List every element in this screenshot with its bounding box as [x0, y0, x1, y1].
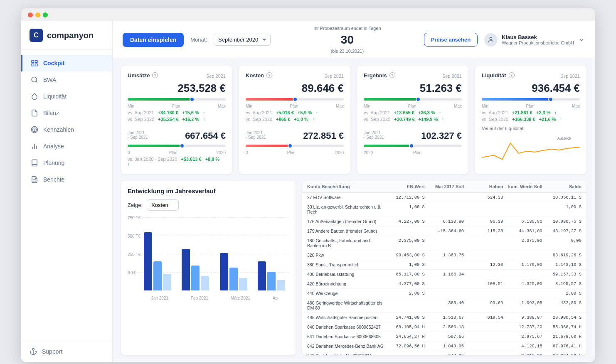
cell-desc: 380 Sonst. Transportmittel — [307, 262, 386, 267]
cell-kum-soll: 9.388,97 — [503, 315, 542, 320]
svg-rect-1 — [35, 60, 37, 62]
cell-soll: -15.364,60 — [425, 229, 464, 234]
ytd-period: Jan 2021- Sep 2021 — [128, 130, 148, 141]
cell-desc: 641 Darlehen Sparkasse 6000668605 — [307, 334, 386, 339]
svg-rect-0 — [32, 60, 34, 62]
cell-eb: 1,00 S — [386, 262, 425, 267]
minimize-button[interactable] — [35, 12, 40, 17]
sidebar-item-analyse[interactable]: Analyse — [21, 138, 112, 155]
liquiditaet-info-icon[interactable]: ? — [509, 72, 515, 78]
cell-saldo: 28.980,54 S — [542, 315, 582, 320]
chevron-down-icon — [578, 37, 585, 43]
umsaetze-info-icon[interactable]: ? — [152, 72, 158, 78]
sidebar-item-planung[interactable]: Planung — [21, 155, 112, 171]
umsaetze-compare-sep: vs. Sep 2020 +35.254 € +16,2 % ↑ — [128, 117, 226, 122]
svg-point-4 — [32, 77, 37, 82]
umsaetze-title: Umsätze ? — [128, 72, 158, 79]
sidebar-item-cockpit[interactable]: Cockpit — [21, 55, 112, 71]
user-company: Wagner Produktionsbetriebe GmbH — [502, 40, 574, 45]
bar-mar-mid — [229, 268, 238, 290]
table-row: 180 Geschäfts-, Fabrik- und and. Bauten … — [302, 236, 586, 251]
analyse-label: Analyse — [43, 143, 64, 150]
table-header: Konto Beschriftung EB-Wert Mai 2017 Soll… — [302, 181, 586, 193]
user-name: Klaus Bassek — [502, 34, 574, 40]
cell-saldo: 10.080,75 S — [542, 219, 582, 224]
cell-haben — [464, 204, 503, 214]
avatar — [484, 33, 498, 47]
svg-rect-3 — [35, 64, 37, 66]
ergebnis-value: 51.263 € — [364, 82, 462, 95]
cell-saldo: 1,00 S — [542, 204, 582, 214]
sidebar-item-berichte[interactable]: Berichte — [21, 171, 112, 188]
cell-haben — [464, 353, 503, 355]
cell-desc: 640 Darlehen Sparkasse 6000652427 — [307, 325, 386, 330]
sidebar-nav: Cockpit BWA Liquidität Bilanz Kennzahlen — [21, 50, 112, 341]
cell-desc: 420 Büroeinrichtung — [307, 281, 386, 286]
liquiditaet-chart-area: Verlauf der Liquidität Ausblick — [482, 126, 580, 167]
cell-kum-soll: 2.615,98 — [503, 353, 542, 355]
table-row: 641 Darlehen Sparkasse 6000668605 24.654… — [302, 332, 586, 342]
cell-soll — [425, 281, 464, 286]
cell-desc: 176 Außenanlagen (fremder Grund) — [307, 219, 386, 224]
sidebar-item-bwa[interactable]: BWA — [21, 71, 112, 88]
maximize-button[interactable] — [43, 12, 48, 17]
cell-saldo: 37.384,02 H — [542, 353, 582, 355]
bar-feb-light — [201, 276, 209, 290]
cell-saldo: 59.157,33 S — [542, 272, 582, 277]
cell-soll: 2.560,18 — [425, 325, 464, 330]
cell-desc: 320 Pkw — [307, 253, 386, 258]
cell-desc: 642 Darlehen Mercedes-Benz Bank AG — [307, 344, 386, 349]
sidebar-item-liquiditaet[interactable]: Liquidität — [21, 88, 112, 105]
bar-jan-light — [163, 274, 171, 290]
cell-saldo: 10.056,11 S — [542, 195, 582, 200]
cell-haben — [464, 238, 503, 248]
table-row: 380 Sonst. Transportmittel 1,00 S 12,30 … — [302, 260, 586, 270]
target-icon — [31, 126, 38, 133]
bar-mar-dark — [220, 253, 228, 290]
daten-einspielen-button[interactable]: Daten einspielen — [123, 33, 184, 47]
sidebar-item-kennzahlen[interactable]: Kennzahlen — [21, 121, 112, 138]
zeige-select[interactable]: Kosten — [147, 199, 179, 211]
cell-eb: 2.375,00 S — [386, 238, 425, 248]
trial-box: Ihr Probezeitraum endet in Tagen 30 (bis… — [277, 25, 417, 54]
logo-icon: C — [30, 29, 43, 42]
umsaetze-bar — [128, 98, 226, 101]
cell-soll: 1.166,34 — [425, 272, 464, 277]
kosten-info-icon[interactable]: ? — [266, 72, 272, 78]
cell-haben — [464, 334, 503, 339]
bar-feb-mid — [191, 266, 200, 290]
monat-select[interactable]: September 2020 — [214, 34, 271, 46]
cell-eb: 4.377,00 S — [386, 281, 425, 286]
ergebnis-info-icon[interactable]: ? — [389, 72, 395, 78]
table-row: 30 Liz. an gewerbl. Schutzrechten u.ä. R… — [302, 202, 586, 217]
kpi-umsaetze: Umsätze ? Sep 2021 253.528 € MinPlanMax … — [121, 66, 232, 174]
cockpit-label: Cockpit — [43, 60, 64, 66]
topbar: Daten einspielen Monat: September 2020 I… — [113, 21, 595, 59]
close-button[interactable] — [28, 12, 33, 17]
bar-jan-mid — [153, 261, 162, 290]
financial-table: Konto Beschriftung EB-Wert Mai 2017 Soll… — [302, 181, 586, 355]
cell-soll — [425, 195, 464, 200]
kennzahlen-label: Kennzahlen — [43, 126, 74, 133]
cell-haben: 619,54 — [464, 315, 503, 320]
cell-eb: 2,00 S — [386, 291, 425, 296]
preise-ansehen-button[interactable]: Preise ansehen — [424, 33, 478, 47]
svg-point-13 — [32, 349, 34, 351]
table-row: 176 Außenanlagen (fremder Grund) 4.227,0… — [302, 217, 586, 226]
umsaetze-compare-aug: vs. Aug 2021 +34.160 € +15,6 % ↑ — [128, 110, 226, 115]
bar-group-apr — [258, 261, 285, 290]
sidebar: C companyon Cockpit BWA Liquidität — [21, 21, 113, 362]
col-soll: Mai 2017 Soll — [425, 184, 464, 189]
bar-group-mar — [220, 253, 247, 290]
sidebar-item-bilanz[interactable]: Bilanz — [21, 105, 112, 121]
cell-haben: 524,38 — [464, 195, 503, 200]
cell-desc: 30 Liz. an gewerbl. Schutzrechten u.ä. R… — [307, 204, 386, 214]
cell-kum-soll: 2.975,67 — [503, 334, 542, 339]
liquidity-sparkline: Ausblick — [482, 133, 580, 166]
cell-eb: 72.096,56 H — [386, 344, 425, 349]
cell-soll — [425, 204, 464, 214]
chart-title: Entwicklung im Jahresverlauf — [128, 187, 289, 194]
bars-container — [140, 217, 289, 290]
cell-haben — [464, 272, 503, 277]
support-item[interactable]: Support — [30, 348, 104, 355]
